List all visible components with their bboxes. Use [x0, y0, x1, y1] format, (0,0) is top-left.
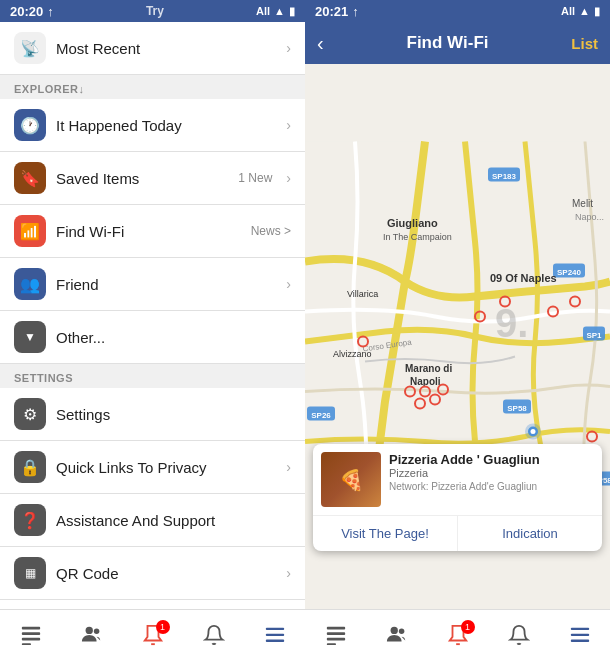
svg-text:09 Of Naples: 09 Of Naples	[490, 272, 557, 284]
svg-text:Napo...: Napo...	[575, 212, 604, 222]
svg-point-58	[398, 628, 404, 634]
svg-rect-61	[570, 639, 588, 641]
right-signal: All	[561, 5, 575, 17]
left-arrow-icon: ↑	[47, 4, 54, 19]
friend-chevron: ›	[286, 276, 291, 292]
svg-rect-7	[265, 633, 283, 635]
support-item[interactable]: ❓ Assistance And Support	[0, 494, 305, 547]
friend-item[interactable]: 👥 Friend ›	[0, 258, 305, 311]
svg-point-57	[390, 626, 397, 633]
right-battery-icon: ▮	[594, 5, 600, 18]
map-card-buttons: Visit The Page! Indication	[313, 515, 602, 551]
svg-text:SP1: SP1	[586, 331, 602, 340]
right-notif-badge: 1	[461, 620, 475, 634]
right-wifi-icon: ▲	[579, 5, 590, 17]
svg-rect-0	[21, 626, 39, 629]
svg-rect-59	[570, 627, 588, 629]
most-recent-item[interactable]: 📡 Most Recent ›	[0, 22, 305, 75]
map-card-subtitle: Pizzeria	[389, 467, 594, 479]
right-time: 20:21	[315, 4, 348, 19]
indication-button[interactable]: Indication	[457, 516, 602, 551]
rss-icon: 📡	[14, 32, 46, 64]
support-label: Assistance And Support	[56, 512, 291, 529]
right-status-left: 20:21 ↑	[315, 4, 359, 19]
right-tab-menu[interactable]	[569, 624, 591, 646]
left-status-left: 20:20 ↑	[10, 4, 54, 19]
other-label: Other...	[56, 329, 291, 346]
left-tab-friends[interactable]	[81, 624, 103, 646]
saved-items-item[interactable]: 🔖 Saved Items 1 New ›	[0, 152, 305, 205]
left-panel: 20:20 ↑ Try All ▲ ▮ 📡 Most Recent › EXPL…	[0, 0, 305, 659]
find-wifi-label: Find Wi-Fi	[56, 223, 241, 240]
svg-text:SP58: SP58	[507, 404, 527, 413]
left-notif-badge: 1	[156, 620, 170, 634]
settings-label: Settings	[56, 406, 291, 423]
svg-text:SP183: SP183	[492, 172, 517, 181]
left-wifi-icon: ▲	[274, 5, 285, 17]
left-tab-menu[interactable]	[264, 624, 286, 646]
settings-item[interactable]: ⚙ Settings	[0, 388, 305, 441]
svg-point-4	[85, 626, 92, 633]
map-card-info: Pizzeria Adde ' Guagliun Pizzeria Networ…	[389, 452, 594, 507]
left-content: 📡 Most Recent › EXPLORER↓ 🕐 It Happened …	[0, 22, 305, 609]
most-recent-chevron: ›	[286, 40, 291, 56]
lock-icon: 🔒	[14, 451, 46, 483]
back-button[interactable]: ‹	[317, 32, 324, 55]
svg-point-51	[531, 429, 536, 434]
right-nav-bar: ‹ Find Wi-Fi List	[305, 22, 610, 64]
find-wifi-item[interactable]: 📶 Find Wi-Fi News >	[0, 205, 305, 258]
it-happened-chevron: ›	[286, 117, 291, 133]
svg-text:SP26: SP26	[311, 411, 331, 420]
privacy-item[interactable]: 🔒 Quick Links To Privacy ›	[0, 441, 305, 494]
saved-items-label: Saved Items	[56, 170, 228, 187]
svg-rect-55	[326, 637, 344, 640]
left-app-name: Try	[146, 4, 164, 18]
svg-text:9.: 9.	[495, 301, 528, 345]
it-happened-item[interactable]: 🕐 It Happened Today ›	[0, 99, 305, 152]
wifi-icon: 📶	[14, 215, 46, 247]
saved-items-badge: 1 New	[238, 171, 272, 185]
nav-title: Find Wi-Fi	[332, 33, 564, 53]
qr-label: QR Code	[56, 565, 276, 582]
qr-icon: ▦	[14, 557, 46, 589]
svg-rect-54	[326, 632, 344, 635]
right-bottom-bar: 1	[305, 609, 610, 659]
right-status-bar: 20:21 ↑ All ▲ ▮	[305, 0, 610, 22]
visit-page-button[interactable]: Visit The Page!	[313, 516, 457, 551]
svg-text:In The Campaion: In The Campaion	[383, 232, 452, 242]
svg-text:Melit: Melit	[572, 198, 593, 209]
find-wifi-badge: News >	[251, 224, 291, 238]
right-tab-notifications[interactable]: 1	[447, 624, 469, 646]
qr-item[interactable]: ▦ QR Code ›	[0, 547, 305, 600]
explorer-section-header: EXPLORER↓	[0, 75, 305, 99]
map-card-title: Pizzeria Adde ' Guagliun	[389, 452, 594, 467]
right-tab-friends[interactable]	[386, 624, 408, 646]
svg-rect-56	[326, 643, 335, 645]
question-icon: ❓	[14, 504, 46, 536]
list-button[interactable]: List	[571, 35, 598, 52]
other-item[interactable]: ▼ Other...	[0, 311, 305, 364]
right-status-right: All ▲ ▮	[561, 5, 600, 18]
saved-items-chevron: ›	[286, 170, 291, 186]
other-icon: ▼	[14, 321, 46, 353]
svg-rect-1	[21, 632, 39, 635]
left-signal: All	[256, 5, 270, 17]
map-container[interactable]: SP183 SP240 SP1 SP26 SP58 SP58 Giugliano…	[305, 64, 610, 609]
svg-point-5	[93, 628, 99, 634]
left-tab-alerts[interactable]	[203, 624, 225, 646]
left-tab-notifications[interactable]: 1	[142, 624, 164, 646]
map-card: 🍕 Pizzeria Adde ' Guagliun Pizzeria Netw…	[313, 444, 602, 551]
svg-text:Villarica: Villarica	[347, 289, 378, 299]
right-tab-feed[interactable]	[325, 624, 347, 646]
map-card-top: 🍕 Pizzeria Adde ' Guagliun Pizzeria Netw…	[313, 444, 602, 515]
right-tab-alerts[interactable]	[508, 624, 530, 646]
codegen-item[interactable]: ✎ Code Generator ›	[0, 600, 305, 609]
left-battery-icon: ▮	[289, 5, 295, 18]
left-bottom-bar: 1	[0, 609, 305, 659]
svg-text:SP240: SP240	[557, 268, 582, 277]
history-icon: 🕐	[14, 109, 46, 141]
left-tab-feed[interactable]	[20, 624, 42, 646]
svg-rect-2	[21, 637, 39, 640]
it-happened-label: It Happened Today	[56, 117, 276, 134]
svg-text:Giugliano: Giugliano	[387, 217, 438, 229]
